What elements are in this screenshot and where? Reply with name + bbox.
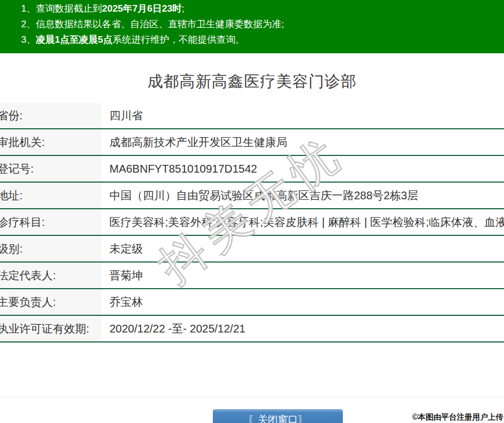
table-row: 级别: 未定级 [0,236,504,263]
row-label: 法定代表人: [0,263,101,288]
table-row: 审批机关: 成都高新技术产业开发区卫生健康局 [0,129,504,156]
clinic-name-title: 成都高新高鑫医疗美容门诊部 [0,71,504,92]
notice-line: 3、凌晨1点至凌晨5点系统进行维护，不能提供查询。 [21,32,504,48]
table-row: 主要负责人: 乔宝林 [0,289,504,316]
notice-line: 1、查询数据截止到2025年7月6日23时; [21,1,504,17]
row-label: 级别: [0,236,101,261]
table-row: 地址: 中国（四川）自由贸易试验区成都高新区吉庆一路288号2栋3层 [0,183,504,209]
row-value: 乔宝林 [101,289,504,315]
row-label: 地址: [0,183,101,208]
row-label: 登记号: [0,156,101,182]
row-value: 四川省 [101,103,504,128]
table-row: 执业许可证有效期: 2020/12/22 -至- 2025/12/21 [0,316,504,343]
row-value: 医疗美容科;美容外科;美容牙科;美容皮肤科 | 麻醉科 | 医学检验科;临床体液… [101,209,504,235]
row-value: 晋菊坤 [101,263,504,288]
notice-line: 2、信息数据结果以各省、自治区、直辖市卫生健康委数据为准; [21,17,504,32]
table-row: 登记号: MA6BNFYT851010917D1542 [0,156,504,183]
info-table: 省份: 四川省 审批机关: 成都高新技术产业开发区卫生健康局 登记号: MA6B… [0,103,504,343]
table-row: 省份: 四川省 [0,103,504,129]
table-row: 诊疗科目: 医疗美容科;美容外科;美容牙科;美容皮肤科 | 麻醉科 | 医学检验… [0,209,504,236]
row-value: 成都高新技术产业开发区卫生健康局 [101,129,504,155]
row-label: 审批机关: [0,129,101,155]
row-label: 执业许可证有效期: [0,316,101,341]
footer-divider [0,397,504,397]
row-value: 未定级 [101,236,504,261]
row-value: 中国（四川）自由贸易试验区成都高新区吉庆一路288号2栋3层 [101,183,504,208]
row-label: 主要负责人: [0,289,101,315]
row-label: 省份: [0,103,101,128]
close-window-button[interactable]: 〖关闭窗口〗 [213,409,343,423]
row-value: MA6BNFYT851010917D1542 [101,156,504,182]
table-row: 法定代表人: 晋菊坤 [0,263,504,289]
row-value: 2020/12/22 -至- 2025/12/21 [101,316,504,341]
copyright-note: ©本图由平台注册用户上传 [412,412,503,422]
row-label: 诊疗科目: [0,209,101,235]
notice-banner: 1、查询数据截止到2025年7月6日23时; 2、信息数据结果以各省、自治区、直… [0,0,504,53]
